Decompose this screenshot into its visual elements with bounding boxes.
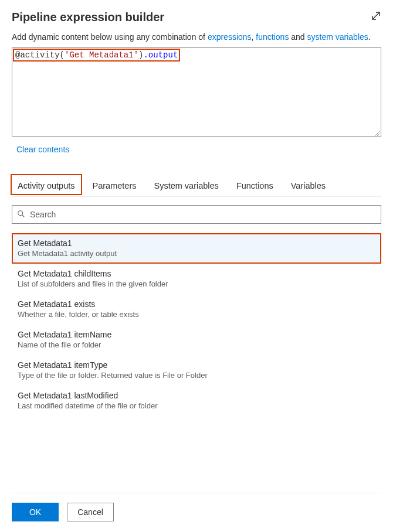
list-item[interactable]: Get Metadata1 childItems List of subfold…	[12, 264, 381, 294]
search-icon	[17, 210, 25, 220]
subtitle: Add dynamic content below using any comb…	[12, 32, 381, 42]
list-item[interactable]: Get Metadata1 exists Whether a file, fol…	[12, 294, 381, 325]
list-item-desc: List of subfolders and files in the give…	[18, 279, 375, 288]
subtitle-text-prefix: Add dynamic content below using any comb…	[12, 32, 208, 42]
link-functions[interactable]: functions	[256, 32, 289, 42]
tab-system-variables[interactable]: System variables	[151, 176, 221, 196]
list-item-desc: Type of the file or folder. Returned val…	[18, 371, 375, 380]
list-item-desc: Last modified datetime of the file or fo…	[18, 401, 375, 410]
svg-point-3	[18, 210, 23, 215]
list-item-title: Get Metadata1 childItems	[18, 269, 375, 278]
tabs: Activity outputs Parameters System varia…	[12, 176, 381, 197]
list-item-title: Get Metadata1 itemType	[18, 360, 375, 370]
svg-line-0	[372, 12, 380, 19]
svg-line-2	[377, 134, 380, 136]
tab-activity-outputs[interactable]: Activity outputs	[15, 176, 77, 196]
list-item-title: Get Metadata1 itemName	[18, 330, 375, 339]
list-item[interactable]: Get Metadata1 lastModified Last modified…	[12, 386, 381, 416]
list-item[interactable]: Get Metadata1 Get Metadata1 activity out…	[12, 233, 381, 264]
search-box[interactable]	[12, 205, 381, 224]
cancel-button[interactable]: Cancel	[67, 503, 114, 521]
page-title: Pipeline expression builder	[12, 11, 164, 24]
expression-editor[interactable]: @activity('Get Metadata1').output	[12, 47, 381, 137]
resize-handle-icon[interactable]	[374, 129, 380, 135]
list-item-desc: Name of the file or folder	[18, 340, 375, 349]
link-system-variables[interactable]: system variables	[307, 32, 368, 42]
ok-button[interactable]: OK	[12, 503, 59, 521]
expression-text: @activity('Get Metadata1').output	[13, 49, 180, 62]
tab-parameters[interactable]: Parameters	[90, 176, 139, 196]
footer: OK Cancel	[12, 493, 381, 521]
list-item-desc: Whether a file, folder, or table exists	[18, 310, 375, 319]
list-item[interactable]: Get Metadata1 itemType Type of the file …	[12, 355, 381, 386]
list-item[interactable]: Get Metadata1 itemName Name of the file …	[12, 325, 381, 355]
svg-line-4	[22, 214, 25, 217]
expand-icon[interactable]	[371, 11, 381, 21]
clear-contents-link[interactable]: Clear contents	[16, 145, 69, 154]
tab-functions[interactable]: Functions	[234, 176, 276, 196]
list-item-desc: Get Metadata1 activity output	[18, 249, 375, 258]
list-item-title: Get Metadata1	[18, 238, 375, 248]
list-item-title: Get Metadata1 exists	[18, 299, 375, 309]
tab-variables[interactable]: Variables	[289, 176, 328, 196]
list-item-title: Get Metadata1 lastModified	[18, 391, 375, 400]
outputs-list: Get Metadata1 Get Metadata1 activity out…	[12, 233, 381, 416]
svg-line-1	[375, 131, 380, 136]
search-input[interactable]	[30, 210, 376, 219]
link-expressions[interactable]: expressions	[208, 32, 252, 42]
